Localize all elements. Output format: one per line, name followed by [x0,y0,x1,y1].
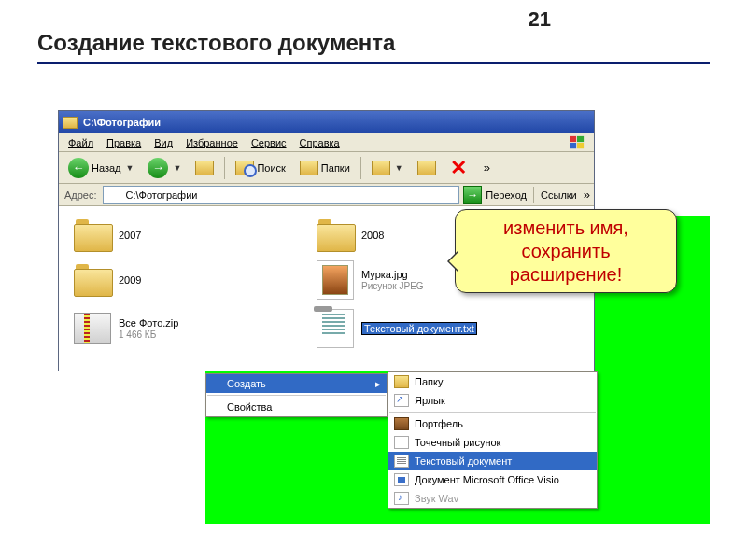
delete-x-icon: ✕ [450,158,467,178]
subitem-visio[interactable]: Документ Microsoft Office Visio [388,470,597,489]
delete-button[interactable]: ✕ [444,156,472,180]
image-icon [317,260,354,300]
subitem-wav[interactable]: Звук Wav [388,489,597,508]
callout-bubble: изменить имя, сохранить расширение! [455,209,677,293]
file-label: 2009 [119,274,141,286]
archive-icon [74,313,111,344]
back-button[interactable]: ← Назад ▼ [63,156,139,180]
menu-view[interactable]: Вид [148,136,178,149]
folders-label: Папки [321,162,350,174]
menu-item-create[interactable]: Создать [206,374,387,393]
text-document-icon [317,309,354,348]
bitmap-icon [394,436,409,449]
file-label: 2008 [361,230,384,241]
address-bar: Адрес: С:\Фотографии → Переход Ссылки » [59,184,594,206]
sync-icon [417,161,436,175]
subitem-bmp[interactable]: Точечный рисунок [388,433,597,452]
forward-button[interactable]: → ▼ [142,156,187,180]
folders-icon [300,161,318,175]
toolbar: ← Назад ▼ → ▼ Поиск Папки ▼ ✕ » [59,152,594,184]
file-label: Мурка.jpg Рисунок JPEG [361,269,424,291]
menu-tools[interactable]: Сервис [246,136,292,149]
callout-text: изменить имя, сохранить расширение! [503,217,628,287]
chevron-down-icon: ▼ [126,163,134,173]
subitem-folder[interactable]: Папку [388,372,597,391]
separator [533,187,534,203]
folder-up-icon [195,161,214,175]
folder-icon [394,375,409,388]
back-arrow-icon: ← [68,158,89,178]
file-label-editing[interactable]: Текстовый документ.txt [361,322,477,335]
search-button[interactable]: Поиск [230,156,290,180]
svg-rect-0 [570,135,576,141]
context-menu-main: Создать Свойства [205,373,388,417]
views-button[interactable]: ▼ [366,156,409,180]
folder-icon [74,264,111,296]
subitem-txt[interactable]: Текстовый документ [388,452,597,470]
views-icon [372,161,390,175]
folder-icon [63,117,78,129]
folder-icon [317,219,354,251]
menu-separator [207,395,386,396]
go-label: Переход [486,189,527,201]
address-label: Адрес: [63,189,99,201]
search-label: Поиск [257,162,285,174]
chevron-down-icon: ▼ [173,163,181,173]
folders-button[interactable]: Папки [294,156,356,180]
windows-logo-icon [564,135,590,150]
folder-item-2007[interactable]: 2007 [74,219,289,251]
slide-title: Создание текстового документа [37,30,710,56]
window-title: С:\Фотографии [83,117,161,128]
text-document-icon [394,455,409,468]
svg-rect-2 [570,143,576,148]
more-links[interactable]: » [584,188,590,202]
back-label: Назад [92,162,121,174]
folder-icon [107,189,122,201]
file-item-zip[interactable]: Все Фото.zip 1 466 КБ [74,309,289,348]
file-label: 2007 [119,230,141,241]
menu-item-properties[interactable]: Свойства [206,398,387,416]
visio-icon [394,473,409,486]
titlebar[interactable]: С:\Фотографии [59,111,594,133]
menu-file[interactable]: Файл [63,136,99,149]
menu-separator [389,412,596,413]
briefcase-icon [394,417,409,430]
more-toolbar[interactable]: » [475,156,496,180]
menubar: Файл Правка Вид Избранное Сервис Справка [59,133,594,152]
context-submenu-create: Папку Ярлык Портфель Точечный рисунок Те… [388,371,598,509]
folder-icon [74,219,111,251]
sync-button[interactable] [412,156,442,180]
up-button[interactable] [190,156,219,180]
subitem-briefcase[interactable]: Портфель [388,414,597,433]
page-number: 21 [529,7,551,32]
toolbar-separator [224,157,225,179]
go-button[interactable]: → [463,186,482,204]
forward-arrow-icon: → [148,158,168,178]
address-input[interactable]: С:\Фотографии [103,186,460,204]
file-item-newtxt[interactable]: Текстовый документ.txt [317,309,531,348]
file-label: Все Фото.zip 1 466 КБ [119,317,178,340]
toolbar-separator [360,157,361,179]
search-icon [235,161,254,175]
menu-help[interactable]: Справка [294,136,345,149]
menu-edit[interactable]: Правка [101,136,147,149]
wav-icon [394,492,409,505]
menu-favorites[interactable]: Избранное [180,136,244,149]
address-value: С:\Фотографии [126,189,198,201]
title-divider [37,62,710,64]
svg-rect-3 [577,143,584,148]
subitem-shortcut[interactable]: Ярлык [388,391,597,410]
svg-rect-1 [577,135,584,141]
folder-item-2009[interactable]: 2009 [74,260,289,300]
shortcut-icon [394,394,409,407]
links-label[interactable]: Ссылки [541,189,577,201]
